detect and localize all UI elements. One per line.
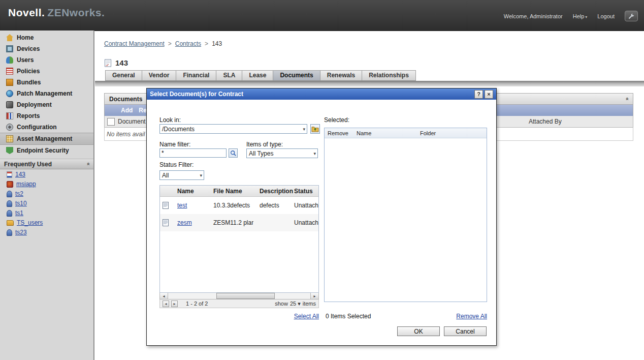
document-column-header: Document xyxy=(118,118,146,125)
breadcrumb: Contract Management>Contracts>143 xyxy=(104,40,222,47)
deployment-icon xyxy=(6,101,13,108)
asset-management-icon xyxy=(6,135,13,142)
scroll-left-button[interactable]: ◂ xyxy=(160,293,168,299)
folder-up-button[interactable] xyxy=(310,124,320,134)
documents-table: Name File Name Description Status test 1… xyxy=(159,185,319,293)
remove-all-link[interactable]: Remove All xyxy=(456,313,487,320)
search-button[interactable] xyxy=(229,148,238,158)
tab-relationships[interactable]: Relationships xyxy=(362,70,416,81)
show-count-dropdown[interactable]: 25 ▾ xyxy=(290,301,301,307)
page-title: 143 xyxy=(104,58,128,67)
frequent-item-ts-users[interactable]: TS_users xyxy=(0,218,93,227)
sidebar-item-configuration[interactable]: Configuration xyxy=(0,122,93,133)
sidebar-item-home[interactable]: Home xyxy=(0,32,93,43)
document-icon xyxy=(163,202,169,209)
table-row[interactable]: test 10.3.3defects defects Unattached xyxy=(160,197,318,214)
col-status: Status xyxy=(288,188,318,195)
dialog-help-button[interactable]: ? xyxy=(474,90,483,99)
tab-general[interactable]: General xyxy=(105,70,142,81)
ok-button[interactable]: OK xyxy=(397,326,440,336)
sidebar-item-users[interactable]: Users xyxy=(0,54,93,66)
sidebar-item-patch-management[interactable]: Patch Management xyxy=(0,88,93,99)
select-all-row: Select All xyxy=(159,313,319,320)
breadcrumb-contract-management[interactable]: Contract Management xyxy=(104,40,165,47)
status-filter-dropdown[interactable]: All ▾ xyxy=(159,170,204,180)
look-in-dropdown[interactable]: /Documents ▾ xyxy=(159,124,307,134)
document-icon xyxy=(163,219,169,226)
user-icon xyxy=(7,229,12,236)
sidebar-item-policies[interactable]: Policies xyxy=(0,66,93,77)
document-name-link[interactable]: zesm xyxy=(177,219,192,226)
tab-shadow-band xyxy=(95,81,644,86)
tab-financial[interactable]: Financial xyxy=(176,70,216,81)
items-label: items xyxy=(303,301,316,307)
frequent-item-ts2[interactable]: ts2 xyxy=(0,189,93,198)
frequently-used-header[interactable]: Frequently Used » xyxy=(0,159,93,169)
page-range: 1 - 2 of 2 xyxy=(186,301,208,307)
tab-documents[interactable]: Documents xyxy=(273,70,320,81)
tab-renewals[interactable]: Renewals xyxy=(320,70,362,81)
tab-sla[interactable]: SLA xyxy=(216,70,242,81)
sidebar-item-reports[interactable]: Reports xyxy=(0,110,93,122)
sidebar-item-deployment[interactable]: Deployment xyxy=(0,99,93,110)
home-icon xyxy=(6,34,13,41)
collapse-chevron-icon[interactable]: » xyxy=(85,162,90,165)
scrollbar-thumb[interactable] xyxy=(216,293,275,299)
look-in-label: Look in: xyxy=(159,116,181,124)
remove-link[interactable]: Re xyxy=(139,107,146,114)
configuration-icon xyxy=(6,124,13,131)
wrench-icon xyxy=(628,13,635,20)
panel-collapse-chevron-icon[interactable]: » xyxy=(624,97,629,100)
horizontal-scrollbar[interactable]: ◂ ▸ xyxy=(159,293,319,299)
folder-up-icon xyxy=(311,126,319,132)
scrollbar-track[interactable] xyxy=(168,293,310,299)
app-header: Novell.ZENworks. Welcome, Administrator … xyxy=(0,0,644,31)
user-icon xyxy=(7,191,12,197)
pagination-bar: ◂ ▸ 1 - 2 of 2 show 25 ▾ items xyxy=(159,299,319,308)
name-filter-input[interactable] xyxy=(159,148,227,158)
help-menu[interactable]: Help▾ xyxy=(573,13,588,19)
tab-lease[interactable]: Lease xyxy=(242,70,273,81)
add-link[interactable]: Add xyxy=(121,107,133,114)
select-all-checkbox[interactable] xyxy=(107,118,115,126)
frequent-item-ts23[interactable]: ts23 xyxy=(0,228,93,237)
dialog-titlebar[interactable]: Select Document(s) for Contract ? × xyxy=(147,88,496,100)
dropdown-caret-icon: ▾ xyxy=(298,301,301,307)
help-caret-icon: ▾ xyxy=(585,15,587,19)
col-selected-name: Name xyxy=(353,130,417,136)
frequent-item-ts10[interactable]: ts10 xyxy=(0,199,93,208)
page-next-button[interactable]: ▸ xyxy=(171,301,178,307)
sidebar-item-asset-management[interactable]: Asset Management xyxy=(0,133,93,145)
brand-novell: Novell. xyxy=(8,7,45,18)
logout-link[interactable]: Logout xyxy=(597,13,615,19)
select-all-link[interactable]: Select All xyxy=(294,313,319,320)
page-prev-button[interactable]: ◂ xyxy=(163,301,169,307)
dropdown-caret-icon: ▾ xyxy=(313,151,316,156)
col-name: Name xyxy=(171,188,207,195)
cancel-button[interactable]: Cancel xyxy=(444,326,487,336)
selected-documents-box: Remove Name Folder xyxy=(324,128,487,302)
frequently-used-list: 143 msiapp ts2 ts10 ts1 TS_users ts23 xyxy=(0,170,93,237)
brand-logo: Novell.ZENworks. xyxy=(8,7,105,19)
header-right-cluster: Welcome, Administrator Help▾ Logout xyxy=(504,11,638,21)
frequent-item-143[interactable]: 143 xyxy=(0,170,93,179)
dialog-close-button[interactable]: × xyxy=(485,90,493,99)
settings-button[interactable] xyxy=(625,11,638,21)
user-icon xyxy=(7,210,12,217)
breadcrumb-contracts[interactable]: Contracts xyxy=(175,40,201,47)
scroll-right-button[interactable]: ▸ xyxy=(310,293,318,299)
frequent-item-msiapp[interactable]: msiapp xyxy=(0,179,93,189)
sidebar-item-bundles[interactable]: Bundles xyxy=(0,77,93,88)
table-row[interactable]: zesm ZESM11.2 plan Unattached xyxy=(160,214,318,231)
folder-icon xyxy=(7,220,14,226)
bundles-icon xyxy=(6,79,13,86)
patch-management-icon xyxy=(6,90,13,97)
tab-vendor[interactable]: Vendor xyxy=(142,70,177,81)
dropdown-caret-icon: ▾ xyxy=(303,127,305,132)
sidebar-item-devices[interactable]: Devices xyxy=(0,43,93,54)
sidebar: Home Devices Users Policies Bundles Patc… xyxy=(0,31,94,360)
frequent-item-ts1[interactable]: ts1 xyxy=(0,208,93,218)
document-name-link[interactable]: test xyxy=(177,202,187,209)
sidebar-item-endpoint-security[interactable]: Endpoint Security xyxy=(0,145,93,156)
items-of-type-dropdown[interactable]: All Types ▾ xyxy=(246,148,318,158)
